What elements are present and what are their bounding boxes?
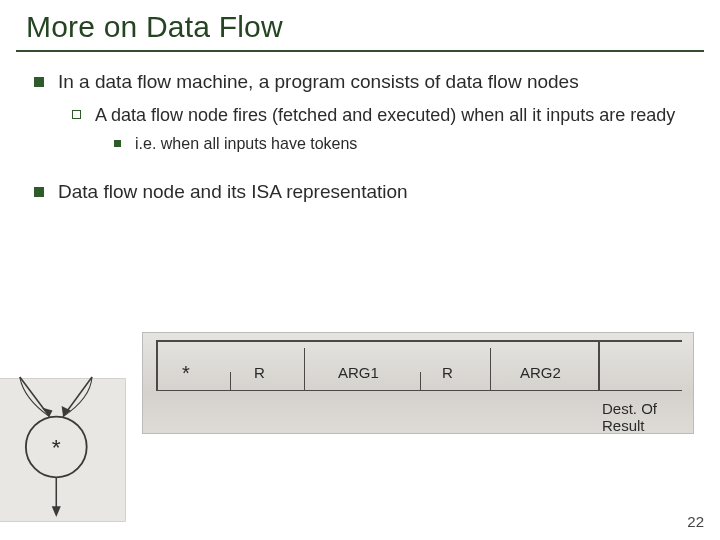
isa-field-r1: R bbox=[254, 364, 265, 381]
bullet-level1: In a data flow machine, a program consis… bbox=[34, 70, 694, 94]
isa-divider bbox=[156, 340, 158, 390]
square-bullet-icon bbox=[34, 187, 44, 197]
isa-divider bbox=[598, 340, 600, 390]
isa-divider bbox=[304, 348, 305, 390]
bullet-text: In a data flow machine, a program consis… bbox=[58, 70, 694, 94]
slide: More on Data Flow In a data flow machine… bbox=[0, 0, 720, 540]
isa-mid-line bbox=[156, 390, 682, 391]
isa-field-arg2: ARG2 bbox=[520, 364, 561, 381]
figures-row: * * R ARG1 R ARG2 Dest. Of Result bbox=[26, 326, 694, 492]
isa-top-line bbox=[156, 340, 682, 342]
bullet-level2: A data flow node fires (fetched and exec… bbox=[72, 104, 694, 127]
bullet-text: Data flow node and its ISA representatio… bbox=[58, 180, 694, 204]
isa-field-op: * bbox=[182, 362, 190, 385]
bullet-text: A data flow node fires (fetched and exec… bbox=[95, 104, 694, 127]
slide-body: In a data flow machine, a program consis… bbox=[26, 70, 694, 204]
page-number: 22 bbox=[687, 513, 704, 530]
small-square-bullet-icon bbox=[114, 140, 121, 147]
isa-diagram: * R ARG1 R ARG2 Dest. Of Result bbox=[142, 332, 694, 434]
isa-field-arg1: ARG1 bbox=[338, 364, 379, 381]
isa-divider bbox=[230, 372, 231, 390]
bullet-text: i.e. when all inputs have tokens bbox=[135, 134, 694, 154]
hollow-square-bullet-icon bbox=[72, 110, 81, 119]
isa-field-dest: Dest. Of Result bbox=[602, 400, 694, 434]
title-underline bbox=[16, 50, 704, 52]
dataflow-node-diagram: * bbox=[0, 374, 130, 526]
slide-title: More on Data Flow bbox=[26, 10, 694, 44]
bullet-level3: i.e. when all inputs have tokens bbox=[114, 134, 694, 154]
dataflow-node-svg: * bbox=[0, 374, 130, 526]
spacer bbox=[26, 162, 694, 180]
isa-divider bbox=[490, 348, 491, 390]
isa-field-r2: R bbox=[442, 364, 453, 381]
isa-divider bbox=[420, 372, 421, 390]
node-operator: * bbox=[52, 434, 61, 460]
square-bullet-icon bbox=[34, 77, 44, 87]
bullet-level1: Data flow node and its ISA representatio… bbox=[34, 180, 694, 204]
